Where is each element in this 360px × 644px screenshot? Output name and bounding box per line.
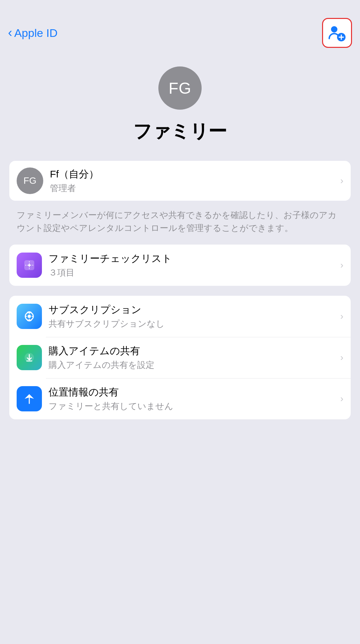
svg-rect-8 — [26, 361, 32, 362]
purchase-icon — [22, 350, 37, 365]
location-title: 位置情報の共有 — [49, 385, 337, 399]
subscriptions-row[interactable]: サブスクリプション 共有サブスクリプションなし › — [9, 296, 351, 337]
member-role: 管理者 — [50, 182, 337, 194]
subscriptions-info: サブスクリプション 共有サブスクリプションなし — [49, 303, 337, 330]
checklist-row[interactable]: ファミリーチェックリスト ３項目 › — [9, 245, 351, 286]
profile-section: FG ファミリー — [0, 53, 360, 154]
profile-initials: FG — [169, 79, 192, 97]
subscriptions-chevron-icon: › — [340, 311, 343, 322]
back-label: Apple ID — [14, 27, 58, 40]
location-icon — [22, 391, 37, 406]
member-avatar: FG — [17, 167, 43, 194]
add-family-icon — [326, 22, 348, 44]
checklist-info: ファミリーチェックリスト ３項目 — [49, 252, 337, 278]
member-info: Ff（自分） 管理者 — [50, 167, 337, 194]
checklist-chevron-icon: › — [340, 260, 343, 270]
svg-point-0 — [331, 26, 337, 33]
location-sharing-row[interactable]: 位置情報の共有 ファミリーと共有していません › — [9, 378, 351, 419]
purchase-info: 購入アイテムの共有 購入アイテムの共有を設定 — [49, 344, 337, 371]
purchase-icon-wrap — [17, 345, 42, 370]
description-text: ファミリーメンバーが何にアクセスや共有できるかを確認したり、お子様のアカウント設… — [9, 204, 351, 241]
purchase-subtitle: 購入アイテムの共有を設定 — [49, 359, 337, 371]
profile-avatar: FG — [158, 66, 202, 110]
member-card: FG Ff（自分） 管理者 › — [9, 161, 351, 201]
svg-point-6 — [28, 315, 31, 318]
checklist-title: ファミリーチェックリスト — [49, 252, 337, 266]
add-family-button[interactable] — [322, 18, 352, 48]
member-name: Ff（自分） — [50, 167, 337, 181]
checklist-card: ファミリーチェックリスト ３項目 › — [9, 245, 351, 286]
back-chevron-icon: ‹ — [8, 26, 12, 39]
member-avatar-initials: FG — [24, 175, 37, 186]
checklist-subtitle: ３項目 — [49, 267, 337, 278]
profile-name: ファミリー — [133, 119, 227, 144]
member-row[interactable]: FG Ff（自分） 管理者 › — [9, 161, 351, 201]
purchase-sharing-row[interactable]: 購入アイテムの共有 購入アイテムの共有を設定 › — [9, 337, 351, 378]
back-button[interactable]: ‹ Apple ID — [8, 27, 58, 40]
location-chevron-icon: › — [340, 393, 343, 404]
nav-bar: ‹ Apple ID — [0, 0, 360, 53]
content-area: FG Ff（自分） 管理者 › ファミリーメンバーが何にアクセスや共有できるかを… — [0, 154, 360, 429]
location-icon-wrap — [17, 386, 42, 411]
chevron-right-icon: › — [340, 175, 343, 186]
checklist-icon — [21, 257, 38, 273]
purchase-chevron-icon: › — [340, 352, 343, 363]
sections-card: サブスクリプション 共有サブスクリプションなし › 購入アイテムの共有 購入アイ… — [9, 296, 351, 419]
location-subtitle: ファミリーと共有していません — [49, 400, 337, 412]
checklist-icon-wrap — [17, 253, 42, 278]
purchase-title: 購入アイテムの共有 — [49, 344, 337, 358]
subscriptions-icon — [22, 309, 37, 324]
subscriptions-subtitle: 共有サブスクリプションなし — [49, 318, 337, 330]
subscriptions-title: サブスクリプション — [49, 303, 337, 317]
subscriptions-icon-wrap — [17, 304, 42, 329]
location-info: 位置情報の共有 ファミリーと共有していません — [49, 385, 337, 412]
